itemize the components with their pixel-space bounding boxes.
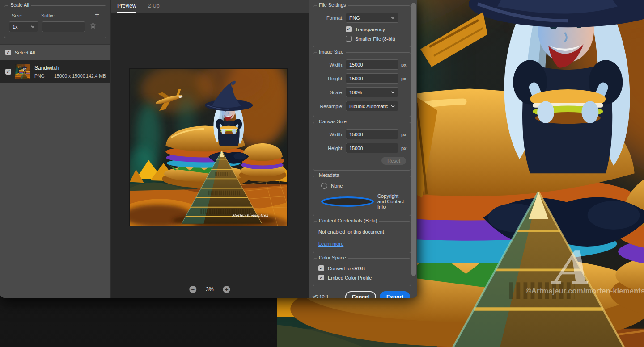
content-credentials-status: Not enabled for this document [318,229,406,234]
transparency-checkbox[interactable] [346,26,352,32]
preview-panel: Preview 2-Up 3% [111,0,309,298]
canvas-height-input[interactable] [346,143,398,153]
export-button[interactable]: Export [380,291,410,298]
format-label: Format: [318,15,343,21]
image-width-unit: px [401,62,407,67]
file-settings-section: File Settings Format: PNG Transparency S… [313,5,411,47]
image-height-label: Height: [318,76,343,81]
preview-image [130,69,287,226]
smaller-file-label: Smaller File (8-bit) [355,36,395,42]
settings-panel: File Settings Format: PNG Transparency S… [309,0,417,298]
size-label: Size: [12,13,41,18]
preview-tab-bar: Preview 2-Up [111,0,309,13]
image-width-input[interactable] [346,59,398,70]
embed-profile-label: Embed Color Profile [328,275,372,280]
select-all-checkbox[interactable] [5,50,11,55]
format-value: PNG [349,15,360,21]
metadata-copyright-label: Copyright and Contact Info [377,193,406,209]
canvas-width-label: Width: [318,132,343,137]
smaller-file-checkbox[interactable] [346,36,352,42]
metadata-none-label: None [331,183,343,188]
metadata-none-radio[interactable] [321,183,327,189]
image-height-input[interactable] [346,73,398,84]
canvas-width-input[interactable] [346,129,398,139]
convert-srgb-checkbox[interactable] [318,265,324,271]
file-info: Sandwitch PNG 15000 x 15000 142.4 MB [34,65,106,79]
scale-panel: Scale All Size: Suffix: 1x [0,0,111,298]
image-height-unit: px [401,76,407,81]
plane-wing-fragment [411,7,496,199]
scale-select[interactable]: 100% [346,87,398,97]
content-credentials-title: Content Credentials (Beta) [317,218,379,223]
file-list: Select All Sandwitch PNG 15000 x 15000 1… [0,44,110,298]
file-size: 142.4 MB [86,73,106,79]
chevron-down-icon [391,17,395,19]
tab-preview[interactable]: Preview [117,0,136,13]
file-row[interactable]: Sandwitch PNG 15000 x 15000 142.4 MB [0,60,110,83]
file-thumbnail [15,64,30,79]
scale-all-title: Scale All [8,2,31,8]
scale-all-section: Scale All Size: Suffix: 1x [4,5,106,38]
add-scale-button[interactable] [93,11,101,18]
chevron-down-icon [31,25,35,28]
transparency-label: Transparency [355,27,385,32]
metadata-title: Metadata [317,172,342,178]
preview-canvas: 3% [111,13,309,298]
file-format: PNG [34,73,54,79]
file-name: Sandwitch [34,65,106,71]
image-size-title: Image Size [317,49,346,54]
settings-scrollbar[interactable] [411,3,416,276]
scale-size-select[interactable]: 1x [9,21,38,32]
color-space-section: Color Space Convert to sRGB Embed Color … [313,258,411,286]
format-select[interactable]: PNG [346,13,398,23]
tab-2up[interactable]: 2-Up [148,0,160,13]
color-space-title: Color Space [317,255,348,260]
convert-srgb-label: Convert to sRGB [328,266,365,271]
image-width-label: Width: [318,62,343,67]
reset-button[interactable]: Reset [381,157,406,165]
metadata-copyright-radio[interactable] [321,196,374,207]
version-label: v5.12.1 [313,294,345,298]
canvas-height-label: Height: [318,146,343,151]
chevron-down-icon [391,105,395,108]
scale-label: Scale: [318,90,343,95]
resample-value: Bicubic Automatic [349,104,388,109]
export-as-dialog: Scale All Size: Suffix: 1x [0,0,417,298]
learn-more-link[interactable]: Learn more [318,241,343,247]
file-settings-title: File Settings [317,2,348,8]
content-credentials-section: Content Credentials (Beta) Not enabled f… [313,221,411,253]
scale-value: 100% [349,90,362,95]
scale-size-value: 1x [13,24,18,29]
canvas-size-section: Canvas Size Width: px Height: px Reset [313,122,411,171]
canvas-height-unit: px [401,146,407,151]
canvas-width-unit: px [401,132,407,137]
zoom-controls: 3% [189,286,230,293]
dialog-footer: v5.12.1 Cancel Export [313,291,411,298]
canvas-size-title: Canvas Size [317,119,349,124]
zoom-in-button[interactable] [223,286,230,293]
cancel-button[interactable]: Cancel [345,291,376,298]
zoom-level: 3% [206,286,213,293]
select-all-row: Select All [0,45,110,60]
trash-icon [90,23,96,29]
suffix-input[interactable] [42,21,85,32]
select-all-label: Select All [15,50,35,55]
file-checkbox[interactable] [5,69,11,75]
file-dimensions: 15000 x 15000 [54,73,86,79]
artmajeur-logo-watermark: A [551,245,587,291]
zoom-out-button[interactable] [189,286,196,293]
image-size-section: Image Size Width: px Height: px Scale: 1… [313,52,411,117]
embed-profile-checkbox[interactable] [318,275,324,280]
suffix-label: Suffix: [41,13,55,18]
resample-label: Resample: [318,104,343,109]
resample-select[interactable]: Bicubic Automatic [346,101,398,111]
chevron-down-icon [391,91,395,94]
watermark-text: ©Artmajeur.com/morten-klementsen [526,287,644,295]
metadata-section: Metadata None Copyright and Contact Info [313,176,411,216]
delete-scale-button[interactable] [90,23,96,31]
